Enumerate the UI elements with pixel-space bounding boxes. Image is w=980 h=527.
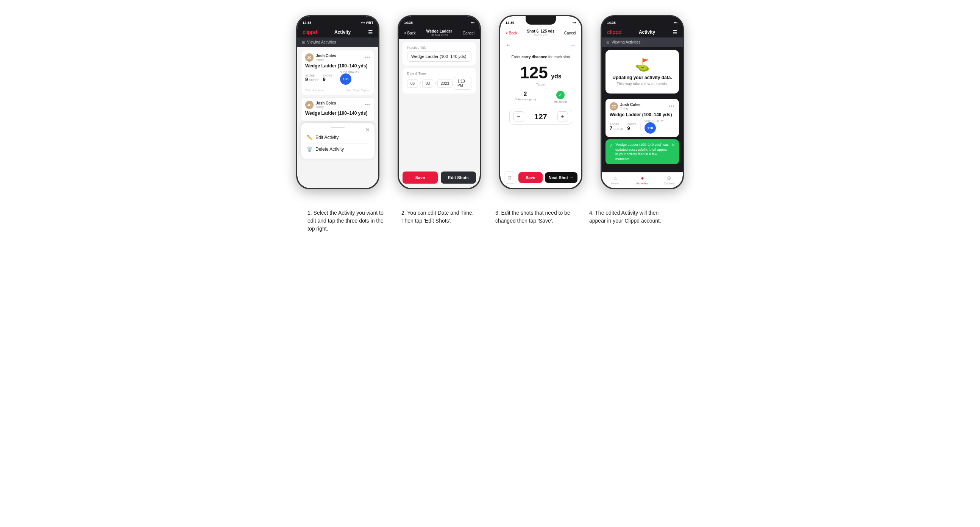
increment-btn[interactable]: + bbox=[557, 111, 568, 122]
delete-activity-item[interactable]: 🗑️ Delete Activity bbox=[306, 143, 369, 155]
app-title-1: Activity bbox=[334, 30, 351, 35]
sq-badge-1: 130 bbox=[340, 73, 352, 85]
clippd-logo-1: clippd bbox=[302, 29, 317, 35]
phones-row: 14:38 ▪▪▪ WiFi clippd Activity ☰ ⊞ Viewi… bbox=[292, 15, 688, 189]
signal-icon: ▪▪▪ bbox=[361, 21, 365, 25]
yds-display: 125 yds bbox=[506, 64, 576, 81]
dots-menu-2[interactable]: ••• bbox=[364, 102, 370, 108]
back-header-2: < Back Wedge Ladder 06 Mar 2023 Cancel bbox=[399, 27, 480, 39]
avatar-1: JC bbox=[305, 53, 313, 62]
viewing-bar-1[interactable]: ⊞ Viewing Activities bbox=[297, 38, 378, 47]
activity-card-4[interactable]: JC Josh Coles Today ••• Wedge Ladder (10… bbox=[606, 99, 679, 137]
date-year[interactable]: 2023 bbox=[438, 79, 452, 88]
edit-shots-button[interactable]: Edit Shots bbox=[441, 171, 476, 184]
date-month[interactable]: 03 bbox=[422, 79, 433, 88]
practice-title-label: Practice Title bbox=[407, 46, 471, 49]
back-btn-3[interactable]: < Back bbox=[506, 31, 517, 35]
prev-shot-btn[interactable]: ← bbox=[506, 42, 512, 48]
input-stepper: − 127 + bbox=[509, 109, 572, 125]
toast-close-btn[interactable]: ✕ bbox=[671, 142, 675, 148]
trash-shot-btn[interactable]: 🗑 bbox=[504, 171, 516, 184]
user-name-date-1: Josh Coles Today bbox=[316, 54, 336, 61]
hamburger-icon-4[interactable]: ☰ bbox=[673, 29, 678, 35]
decrement-btn[interactable]: − bbox=[514, 111, 524, 122]
time-input[interactable]: 1:13 PM bbox=[454, 77, 471, 90]
next-shot-btn-bar[interactable]: Next Shot → bbox=[545, 172, 578, 183]
sq-label-4: Shot Quality bbox=[644, 120, 664, 122]
practice-title-input[interactable]: Wedge Ladder (100–140 yds) bbox=[407, 51, 471, 62]
bottom-sheet-1: ✕ ✏️ Edit Activity 🗑️ Delete Activity bbox=[301, 123, 374, 159]
cancel-btn-3[interactable]: Cancel bbox=[564, 31, 576, 35]
activities-label: Activities bbox=[636, 182, 648, 185]
status-icons-3: ▪▪▪ bbox=[572, 21, 576, 25]
save-button-2[interactable]: Save bbox=[402, 171, 438, 184]
shots-block-4: Shots 9 bbox=[627, 123, 636, 131]
back-header-3: < Back Shot 6, 125 yds Score 7/9 Cancel bbox=[500, 27, 581, 40]
hit-target-icon: ✓ bbox=[556, 91, 565, 99]
notch-1 bbox=[323, 16, 353, 25]
date-day[interactable]: 06 bbox=[407, 79, 418, 88]
card-header-2: JC Josh Coles Today ••• bbox=[305, 101, 370, 109]
updating-section: ⛳ Updating your activity data. This may … bbox=[606, 50, 679, 94]
hit-target-label: Hit Target bbox=[554, 100, 567, 103]
nav-capture[interactable]: ⊕ Capture bbox=[656, 175, 683, 185]
user-name-2: Josh Coles bbox=[316, 101, 336, 105]
phone-1: 14:38 ▪▪▪ WiFi clippd Activity ☰ ⊞ Viewi… bbox=[296, 15, 379, 189]
filter-icon-4: ⊞ bbox=[606, 40, 609, 44]
score-value-4: 7 bbox=[610, 126, 612, 131]
sq-block-4: Shot Quality 118 bbox=[644, 120, 664, 133]
captions-row: 1. Select the Activity you want to edit … bbox=[301, 205, 679, 233]
edit-label: Edit Activity bbox=[315, 135, 339, 140]
back-btn-2[interactable]: < Back bbox=[404, 31, 416, 35]
viewing-bar-4[interactable]: ⊞ Viewing Activities bbox=[602, 38, 683, 47]
header-title-2: Wedge Ladder bbox=[426, 29, 452, 33]
divider-4 bbox=[640, 122, 641, 132]
carry-instruction: Enter carry distance for each shot bbox=[506, 55, 576, 59]
phone-4: 14:38 ▪▪▪ clippd Activity ☰ ⊞ Viewing Ac… bbox=[601, 15, 684, 189]
practice-title-section: Practice Title Wedge Ladder (100–140 yds… bbox=[402, 42, 476, 65]
filter-icon-1: ⊞ bbox=[302, 40, 305, 44]
nav-home[interactable]: ⌂ Home bbox=[602, 175, 628, 185]
sq-block-1: Shot Quality 130 bbox=[340, 71, 360, 85]
save-shot-btn[interactable]: Save bbox=[519, 172, 542, 183]
activity-card-1[interactable]: JC Josh Coles Today ••• Wedge Ladder (10… bbox=[301, 50, 374, 95]
stepper-value[interactable]: 127 bbox=[527, 113, 554, 121]
sheet-handle-1 bbox=[331, 127, 345, 128]
card-header-1: JC Josh Coles Today ••• bbox=[305, 53, 370, 62]
score-outof-1: OUT OF bbox=[309, 79, 319, 81]
dots-menu-1[interactable]: ••• bbox=[364, 55, 370, 60]
shot-nav-row: ← → bbox=[500, 40, 581, 51]
caption-2: 2. You can edit Date and Time. Then tap … bbox=[401, 205, 485, 225]
activities-icon: ♦ bbox=[641, 175, 643, 181]
next-shot-btn[interactable]: → bbox=[570, 42, 576, 48]
yds-number: 125 bbox=[520, 63, 547, 82]
cancel-btn-2[interactable]: Cancel bbox=[463, 31, 474, 35]
score-outof-4: OUT OF bbox=[613, 128, 623, 130]
sq-value-1: 130 bbox=[343, 77, 348, 81]
status-icons-2: ▪▪▪ bbox=[471, 21, 474, 25]
phone-1-wrapper: 14:38 ▪▪▪ WiFi clippd Activity ☰ ⊞ Viewi… bbox=[292, 15, 383, 189]
score-value-1: 9 bbox=[305, 77, 308, 82]
user-name-1: Josh Coles bbox=[316, 54, 336, 58]
hamburger-icon-1[interactable]: ☰ bbox=[368, 29, 373, 35]
signal-icon-4: ▪▪▪ bbox=[674, 21, 678, 25]
yds-unit: yds bbox=[551, 73, 562, 79]
action-buttons-2: Save Edit Shots bbox=[399, 171, 480, 188]
app-header-4: clippd Activity ☰ bbox=[602, 27, 683, 38]
divider-1 bbox=[336, 73, 336, 83]
status-icons-4: ▪▪▪ bbox=[674, 21, 678, 25]
nav-activities[interactable]: ♦ Activities bbox=[628, 175, 655, 185]
user-info-4: JC Josh Coles Today bbox=[610, 102, 640, 111]
score-block-4: Score 7 OUT OF bbox=[610, 123, 624, 131]
edit-activity-item[interactable]: ✏️ Edit Activity bbox=[306, 132, 369, 143]
activity-card-2[interactable]: JC Josh Coles Today ••• Wedge Ladder (10… bbox=[301, 97, 374, 122]
header-center-3: Shot 6, 125 yds Score 7/9 bbox=[527, 29, 554, 37]
user-name-date-4: Josh Coles Today bbox=[620, 103, 640, 110]
metrics-row: 2 Difference (yds) ✓ Hit Target bbox=[506, 91, 576, 103]
updating-title: Updating your activity data. bbox=[611, 75, 674, 80]
stats-row-1: Score 9 OUT OF Shots 9 Shot Qua bbox=[305, 71, 370, 85]
caption-1: 1. Select the Activity you want to edit … bbox=[307, 205, 391, 233]
dots-menu-4[interactable]: ••• bbox=[669, 104, 675, 109]
sheet-close-icon[interactable]: ✕ bbox=[366, 127, 370, 133]
difference-block: 2 Difference (yds) bbox=[515, 91, 536, 103]
